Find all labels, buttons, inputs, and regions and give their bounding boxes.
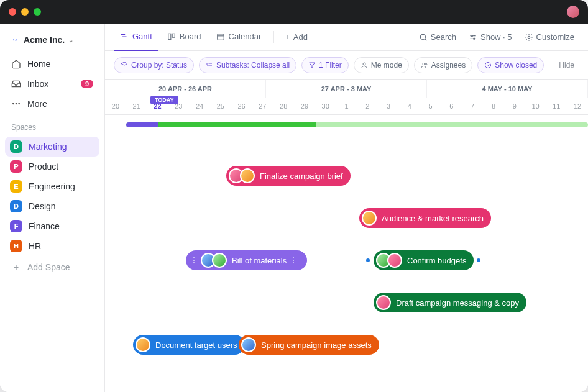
view-tab-gantt[interactable]: Gantt — [114, 24, 158, 51]
space-badge-icon: D — [10, 140, 22, 153]
svg-rect-8 — [172, 34, 175, 37]
main-content: Gantt Board Calendar + Add — [105, 24, 588, 392]
board-icon — [167, 32, 176, 41]
hide-button[interactable]: Hide — [554, 58, 579, 72]
sidebar-space-hr[interactable]: HHR — [5, 236, 99, 256]
today-line — [150, 115, 150, 392]
plus-icon: + — [285, 32, 290, 42]
svg-point-15 — [471, 35, 472, 36]
show-button[interactable]: Show · 5 — [464, 29, 517, 45]
space-label: Design — [29, 201, 56, 211]
filter-icon — [308, 62, 316, 69]
maximize-window-button[interactable] — [34, 8, 41, 16]
assignees-pill[interactable]: Assignees — [414, 57, 472, 73]
assignee-group — [229, 168, 255, 183]
assignee-avatar — [240, 168, 255, 183]
user-avatar[interactable] — [567, 6, 579, 18]
subtask-icon — [206, 62, 213, 69]
svg-point-11 — [420, 34, 425, 39]
gantt-task[interactable]: Draft campaign messaging & copy — [374, 293, 526, 312]
day-header: 28 — [273, 98, 294, 114]
day-header: 6 — [441, 98, 462, 114]
nav-label: Home — [27, 59, 50, 69]
day-header: 12 — [567, 98, 588, 114]
day-header: 5 — [420, 98, 441, 114]
assignee-group — [201, 253, 227, 268]
group-by-pill[interactable]: Group by: Status — [114, 57, 194, 73]
filter-pill[interactable]: 1 Filter — [301, 57, 349, 73]
day-header: 30 — [315, 98, 336, 114]
connector-dot[interactable] — [366, 258, 370, 262]
assignee-avatar — [136, 337, 150, 352]
gantt-task[interactable]: Audience & market research — [359, 208, 491, 228]
assignee-group — [376, 295, 391, 310]
nav-more[interactable]: More — [5, 94, 99, 113]
svg-marker-18 — [121, 62, 127, 65]
svg-point-0 — [14, 39, 16, 41]
customize-button[interactable]: Customize — [520, 29, 579, 45]
nav-home[interactable]: Home — [5, 55, 99, 73]
more-icon — [11, 99, 21, 109]
day-header: 20 — [105, 98, 126, 114]
add-view-button[interactable]: + Add — [280, 29, 313, 45]
sidebar-space-engineering[interactable]: EEngineering — [5, 176, 99, 196]
day-header: 25 — [210, 98, 231, 114]
gantt-task[interactable]: Confirm budgets — [374, 250, 474, 270]
minimize-window-button[interactable] — [21, 8, 29, 16]
space-badge-icon: P — [10, 160, 22, 173]
day-header: 27 — [252, 98, 273, 114]
drag-handle-icon[interactable] — [292, 257, 295, 263]
svg-point-1 — [16, 103, 16, 104]
assignee-group — [241, 337, 256, 352]
gantt-chart[interactable]: Finalize campaign briefAudience & market… — [105, 115, 588, 392]
add-space-button[interactable]: + Add Space — [5, 257, 99, 277]
gantt-task[interactable]: Bill of materials — [186, 250, 307, 270]
task-label: Confirm budgets — [407, 256, 466, 265]
gantt-task[interactable]: Finalize campaign brief — [226, 166, 351, 186]
sidebar-space-marketing[interactable]: DMarketing — [5, 137, 99, 157]
day-header: 10 — [525, 98, 546, 114]
svg-rect-7 — [168, 34, 171, 39]
view-tab-board[interactable]: Board — [161, 24, 208, 51]
sidebar-space-product[interactable]: PProduct — [5, 157, 99, 176]
task-label: Finalize campaign brief — [260, 171, 343, 181]
svg-point-3 — [19, 103, 19, 104]
workspace-switcher[interactable]: Acme Inc. ⌄ — [5, 31, 99, 48]
filter-bar: Group by: Status Subtasks: Collapse all … — [105, 51, 588, 80]
svg-point-2 — [13, 103, 14, 104]
show-closed-pill[interactable]: Show closed — [477, 57, 544, 73]
space-badge-icon: H — [10, 240, 22, 252]
me-mode-pill[interactable]: Me mode — [354, 57, 409, 73]
subtasks-pill[interactable]: Subtasks: Collapse all — [199, 57, 296, 73]
traffic-lights — [9, 8, 41, 16]
layers-icon — [121, 62, 128, 69]
week-header: 20 APR - 26 APR — [105, 80, 266, 98]
view-tab-calendar[interactable]: Calendar — [210, 24, 268, 51]
close-window-button[interactable] — [9, 8, 16, 16]
nav-inbox[interactable]: Inbox 9 — [5, 75, 99, 93]
search-button[interactable]: Search — [414, 29, 461, 45]
spaces-section-label: Spaces — [5, 114, 99, 135]
app-window: Acme Inc. ⌄ Home Inbox 9 More Spaces DMa… — [0, 0, 588, 392]
svg-rect-9 — [217, 34, 224, 39]
gear-icon — [525, 33, 533, 42]
progress-bar — [126, 122, 588, 127]
svg-marker-19 — [310, 63, 315, 68]
gantt-task[interactable]: Spring campaign image assets — [239, 335, 379, 355]
titlebar — [0, 0, 588, 24]
assignee-group — [362, 211, 377, 226]
connector-dot[interactable] — [477, 258, 480, 262]
day-header: 29 — [294, 98, 315, 114]
day-header: 9 — [504, 98, 525, 114]
task-label: Document target users — [155, 340, 237, 350]
space-badge-icon: E — [10, 180, 22, 193]
drag-handle-icon[interactable] — [192, 257, 196, 263]
svg-point-23 — [485, 62, 491, 68]
sidebar-space-finance[interactable]: FFinance — [5, 216, 99, 236]
chevron-down-icon: ⌄ — [68, 37, 73, 43]
svg-point-17 — [528, 36, 530, 39]
spaces-list: DMarketingPProductEEngineeringDDesignFFi… — [5, 137, 99, 256]
task-label: Bill of materials — [232, 256, 287, 265]
space-label: Engineering — [29, 181, 75, 191]
sidebar-space-design[interactable]: DDesign — [5, 196, 99, 216]
